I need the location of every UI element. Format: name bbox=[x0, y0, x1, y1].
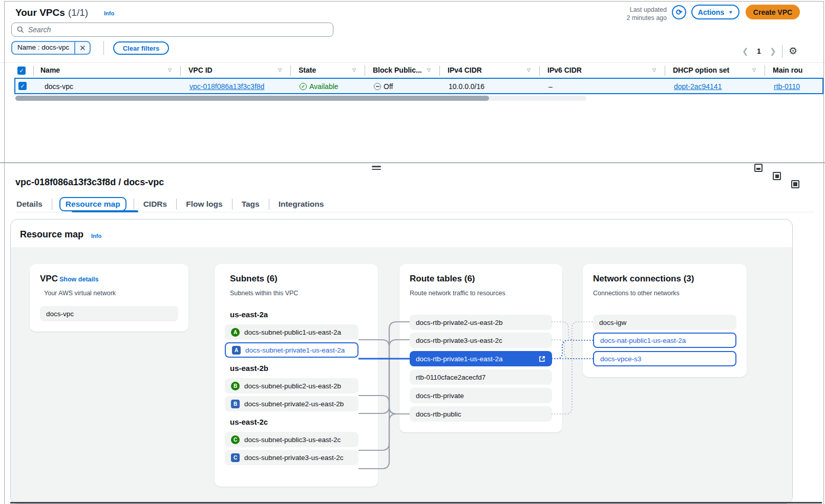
filter-icon[interactable]: ▽ bbox=[427, 68, 431, 73]
map-item-subnet-private2[interactable]: B docs-subnet-private2-us-east-2b bbox=[225, 396, 358, 411]
map-item-rtb-public[interactable]: docs-rtb-public bbox=[410, 406, 552, 422]
map-item-nat-gateway[interactable]: docs-nat-public1-us-east-2a bbox=[593, 333, 736, 348]
available-check-icon: ✓ bbox=[300, 83, 307, 90]
search-placeholder: Search bbox=[28, 26, 51, 34]
map-item-vpce-s3[interactable]: docs-vpce-s3 bbox=[593, 351, 736, 366]
create-vpc-button[interactable]: Create VPC bbox=[746, 5, 800, 19]
filter-icon[interactable]: ▽ bbox=[752, 68, 756, 73]
table-row[interactable]: ✓ docs-vpc vpc-018f086a13f3c3f8d ✓ Avail… bbox=[14, 78, 823, 94]
search-input[interactable]: Search bbox=[11, 23, 333, 37]
map-item-label: docs-vpce-s3 bbox=[600, 355, 641, 363]
col-header-ipv6-cidr[interactable]: IPv6 CIDR bbox=[547, 66, 582, 74]
cell-vpc-id-link[interactable]: vpc-018f086a13f3c3f8d bbox=[189, 82, 264, 91]
cell-name: docs-vpc bbox=[45, 82, 73, 91]
filter-icon[interactable]: ▽ bbox=[168, 68, 172, 73]
tab-tags[interactable]: Tags bbox=[232, 198, 269, 211]
map-item-label: docs-subnet-private1-us-east-2a bbox=[245, 346, 345, 354]
tab-details[interactable]: Details bbox=[15, 198, 52, 211]
col-header-block-public[interactable]: Block Public... bbox=[373, 66, 422, 74]
divider bbox=[782, 45, 782, 58]
tab-cidrs[interactable]: CIDRs bbox=[134, 198, 177, 211]
window-bottom-edge bbox=[10, 502, 822, 503]
tab-integrations[interactable]: Integrations bbox=[269, 198, 333, 211]
map-item-subnet-private1[interactable]: A docs-subnet-private1-us-east-2a bbox=[225, 342, 358, 358]
panel-layout-side-icon[interactable] bbox=[773, 172, 781, 180]
cell-state: ✓ Available bbox=[300, 82, 339, 91]
map-item-rtb-0110[interactable]: rtb-0110cface2acecfd7 bbox=[410, 369, 552, 385]
split-panel-resize-handle[interactable] bbox=[372, 166, 381, 170]
panel-layout-bottom-icon[interactable] bbox=[754, 164, 763, 172]
gear-icon[interactable]: ⚙ bbox=[789, 45, 797, 57]
next-page-icon[interactable]: ❯ bbox=[770, 47, 776, 56]
external-link-icon[interactable] bbox=[538, 355, 546, 363]
row-checkbox[interactable]: ✓ bbox=[18, 82, 27, 90]
az-header-us-east-2b: us-east-2b bbox=[230, 364, 268, 372]
vpc-list-pane: Your VPCs (1/1) Info Last updated 2 minu… bbox=[0, 0, 825, 162]
cell-dhcp-link[interactable]: dopt-2ac94141 bbox=[674, 82, 722, 91]
filter-chip[interactable]: Name : docs-vpc ✕ bbox=[11, 41, 91, 55]
split-panel-divider[interactable] bbox=[0, 162, 825, 163]
page-number[interactable]: 1 bbox=[757, 47, 761, 55]
map-item-label: docs-rtb-public bbox=[416, 410, 461, 418]
map-item-subnet-public1[interactable]: A docs-subnet-public1-us-east-2a bbox=[225, 324, 358, 340]
network-connections-column-title: Network connections (3) bbox=[593, 274, 694, 284]
last-updated-label: Last updated bbox=[589, 6, 667, 14]
map-item-rtb-private1[interactable]: docs-rtb-private1-us-east-2a bbox=[410, 351, 552, 366]
map-item-vpc[interactable]: docs-vpc bbox=[40, 306, 178, 321]
divider bbox=[539, 65, 540, 76]
filter-icon[interactable]: ▽ bbox=[278, 68, 282, 73]
filter-chip-label: Name : docs-vpc bbox=[12, 41, 74, 54]
select-all-checkbox[interactable]: ✓ bbox=[17, 67, 26, 75]
filter-chip-remove-icon[interactable]: ✕ bbox=[74, 42, 90, 54]
map-item-label: docs-subnet-private2-us-east-2b bbox=[244, 400, 344, 408]
map-item-subnet-public3[interactable]: C docs-subnet-public3-us-east-2c bbox=[225, 432, 358, 447]
detail-panel-title: vpc-018f086a13f3c3f8d / docs-vpc bbox=[15, 177, 164, 188]
map-item-subnet-private3[interactable]: C docs-subnet-private3-us-east-2c bbox=[225, 450, 358, 465]
last-updated: Last updated 2 minutes ago bbox=[589, 6, 667, 22]
table-header: ✓ Name ▽ VPC ID ▽ State ▽ Block Public..… bbox=[0, 62, 825, 78]
tab-flow-logs[interactable]: Flow logs bbox=[177, 198, 231, 211]
col-header-name[interactable]: Name bbox=[40, 66, 60, 74]
col-header-state[interactable]: State bbox=[299, 66, 316, 74]
map-item-rtb-private2[interactable]: docs-rtb-private2-us-east-2b bbox=[410, 315, 552, 330]
map-item-subnet-public2[interactable]: B docs-subnet-public2-us-east-2b bbox=[225, 378, 358, 393]
state-label: Available bbox=[309, 82, 339, 91]
caret-down-icon: ▼ bbox=[728, 10, 733, 15]
filter-icon[interactable]: ▽ bbox=[352, 68, 356, 73]
divider bbox=[33, 65, 34, 76]
col-header-vpc-id[interactable]: VPC ID bbox=[188, 66, 213, 74]
clear-filters-button[interactable]: Clear filters bbox=[113, 41, 169, 55]
vpc-column-title: VPC bbox=[40, 274, 58, 284]
cell-main-route-link[interactable]: rtb-0110 bbox=[774, 82, 800, 91]
col-header-ipv4-cidr[interactable]: IPv4 CIDR bbox=[448, 66, 482, 74]
create-vpc-label: Create VPC bbox=[753, 8, 792, 16]
horizontal-scrollbar-thumb[interactable] bbox=[15, 96, 489, 101]
vpc-column-card: VPC Show details Your AWS virtual networ… bbox=[30, 264, 188, 332]
actions-button[interactable]: Actions ▼ bbox=[691, 5, 739, 19]
refresh-button[interactable]: ⟳ bbox=[672, 5, 686, 19]
col-header-main-route[interactable]: Main rou bbox=[773, 66, 802, 74]
map-item-label: docs-subnet-private3-us-east-2c bbox=[244, 454, 344, 462]
map-item-label: docs-vpc bbox=[46, 310, 74, 318]
show-details-link[interactable]: Show details bbox=[59, 276, 98, 283]
info-link[interactable]: Info bbox=[104, 10, 114, 16]
filter-icon[interactable]: ▽ bbox=[527, 68, 531, 73]
map-item-rtb-private3[interactable]: docs-rtb-private3-us-east-2c bbox=[410, 333, 552, 348]
cell-ipv6-cidr: – bbox=[548, 82, 553, 91]
circle-minus-icon bbox=[374, 83, 381, 90]
prev-page-icon[interactable]: ❮ bbox=[742, 47, 749, 56]
map-item-rtb-private[interactable]: docs-rtb-private bbox=[410, 388, 552, 403]
cell-ipv4-cidr: 10.0.0.0/16 bbox=[449, 82, 484, 91]
network-connections-column-subtitle: Connections to other networks bbox=[593, 290, 680, 297]
filter-icon[interactable]: ▽ bbox=[652, 68, 656, 73]
map-item-igw[interactable]: docs-igw bbox=[593, 315, 736, 330]
map-item-label: docs-rtb-private bbox=[416, 392, 464, 400]
subnet-badge-a-private: A bbox=[232, 346, 241, 355]
tab-resource-map[interactable]: Resource map bbox=[59, 197, 126, 211]
cell-block-public: Off bbox=[374, 82, 393, 91]
search-icon bbox=[17, 26, 24, 33]
col-header-dhcp[interactable]: DHCP option set bbox=[673, 66, 729, 74]
resource-map-info-link[interactable]: Info bbox=[91, 233, 101, 239]
last-updated-value: 2 minutes ago bbox=[589, 14, 667, 22]
panel-layout-full-icon[interactable] bbox=[791, 180, 799, 188]
